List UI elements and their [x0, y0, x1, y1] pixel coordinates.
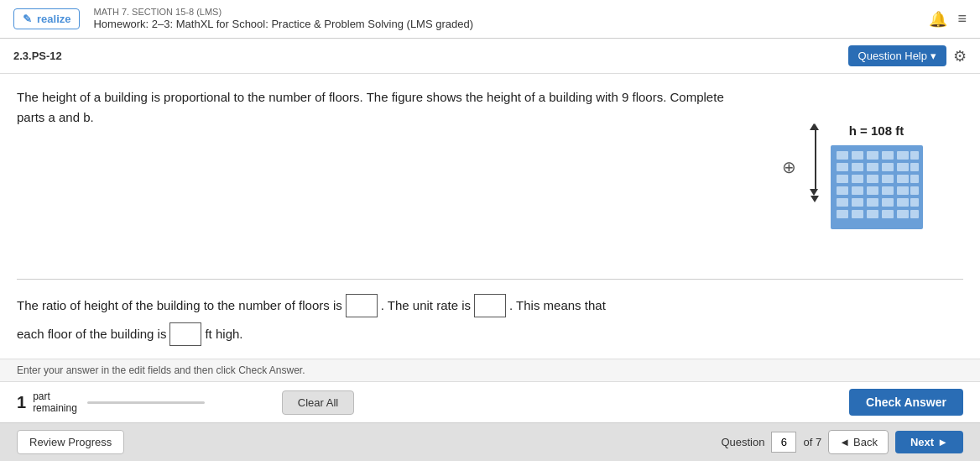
svg-rect-26: [852, 198, 863, 207]
svg-rect-33: [867, 210, 878, 218]
instruction-text: Enter your answer in the edit fields and…: [17, 364, 305, 376]
svg-rect-32: [852, 210, 863, 218]
svg-rect-25: [837, 198, 848, 207]
gear-icon: ⚙: [953, 48, 967, 65]
arrow-bottom-icon: [810, 189, 818, 196]
svg-rect-18: [910, 175, 919, 183]
answer-line2-prefix: each floor of the building is: [17, 322, 166, 347]
svg-rect-3: [867, 151, 878, 160]
svg-rect-34: [882, 210, 894, 218]
realize-label: realize: [37, 13, 70, 25]
svg-rect-20: [852, 186, 863, 195]
edit-icon: ✎: [23, 13, 32, 25]
arrow-line: [815, 130, 816, 189]
svg-rect-17: [897, 175, 909, 183]
question-help-button[interactable]: Question Help ▾: [848, 45, 946, 66]
svg-rect-14: [852, 175, 863, 183]
gear-button[interactable]: ⚙: [953, 47, 967, 65]
answer-line1-middle: . The unit rate is: [381, 293, 471, 318]
question-header: 2.3.PS-12 Question Help ▾ ⚙: [0, 39, 980, 74]
section-label: MATH 7. SECTION 15-8 (LMS): [93, 6, 473, 18]
building-image: [826, 141, 927, 233]
answer-line2-suffix: ft high.: [205, 322, 242, 347]
svg-rect-23: [897, 186, 909, 195]
parts-remaining: 1 part remaining: [17, 390, 77, 415]
of-total: of 7: [803, 436, 821, 448]
answer-line-2: each floor of the building is ft high.: [17, 322, 963, 347]
svg-rect-28: [882, 198, 894, 207]
menu-icon[interactable]: ≡: [957, 10, 967, 28]
svg-rect-9: [867, 163, 878, 171]
clear-all-button[interactable]: Clear All: [282, 390, 354, 415]
svg-rect-19: [837, 186, 848, 195]
svg-rect-13: [837, 175, 848, 183]
unit-rate-input[interactable]: [474, 294, 506, 317]
height-label: h = 108 ft: [849, 123, 904, 138]
check-answer-button[interactable]: Check Answer: [849, 389, 963, 416]
svg-rect-36: [910, 210, 919, 218]
parts-number: 1: [17, 393, 26, 412]
question-label: Question: [721, 436, 764, 448]
parts-label2: remaining: [33, 402, 77, 414]
header-title: MATH 7. SECTION 15-8 (LMS) Homework: 2–3…: [93, 6, 473, 32]
svg-rect-27: [867, 198, 878, 207]
next-arrow-icon: ►: [937, 436, 948, 448]
building-graphic: ⊕ h = 108 ft: [782, 123, 927, 233]
content-area: 2.3.PS-12 Question Help ▾ ⚙ The height o…: [0, 39, 980, 422]
back-arrow-icon: ◄: [839, 436, 850, 448]
building-figure: ⊕ h = 108 ft: [745, 87, 963, 269]
main-container: ✎ realize MATH 7. SECTION 15-8 (LMS) Hom…: [0, 0, 980, 461]
svg-rect-1: [837, 151, 848, 160]
height-label-group: h = 108 ft: [826, 123, 927, 233]
svg-rect-35: [897, 210, 909, 218]
footer-nav: Review Progress Question 6 of 7 ◄ Back N…: [0, 422, 980, 461]
svg-rect-30: [910, 198, 919, 207]
svg-rect-7: [837, 163, 848, 171]
header-icons: 🔔 ≡: [929, 10, 967, 29]
back-label: Back: [853, 436, 878, 448]
move-icon: ⊕: [782, 157, 796, 177]
svg-rect-8: [852, 163, 863, 171]
question-nav: Question 6 of 7 ◄ Back Next ►: [721, 430, 963, 454]
answer-line1-suffix: . This means that: [509, 293, 606, 318]
answer-line1-prefix: The ratio of height of the building to t…: [17, 293, 342, 318]
next-button[interactable]: Next ►: [895, 431, 963, 453]
floor-height-input[interactable]: [169, 322, 201, 346]
homework-title: Homework: 2–3: MathXL for School: Practi…: [93, 18, 473, 32]
svg-rect-4: [882, 151, 894, 160]
svg-rect-24: [910, 186, 919, 195]
svg-rect-5: [897, 151, 909, 160]
next-label: Next: [910, 436, 934, 448]
height-arrow: [813, 123, 818, 196]
svg-rect-22: [882, 186, 894, 195]
notification-icon[interactable]: 🔔: [929, 10, 947, 29]
problem-area: The height of a building is proportional…: [0, 74, 980, 269]
problem-text: The height of a building is proportional…: [17, 87, 745, 269]
svg-rect-21: [867, 186, 878, 195]
svg-rect-31: [837, 210, 848, 218]
instruction-bar: Enter your answer in the edit fields and…: [0, 359, 980, 381]
back-button[interactable]: ◄ Back: [828, 430, 889, 454]
help-arrow-icon: ▾: [930, 50, 936, 62]
question-id: 2.3.PS-12: [13, 50, 62, 62]
review-progress-button[interactable]: Review Progress: [17, 430, 124, 454]
svg-rect-10: [882, 163, 894, 171]
question-help-label: Question Help: [858, 50, 927, 62]
bottom-bar: 1 part remaining Clear All Check Answer: [0, 381, 980, 422]
answer-area: The ratio of height of the building to t…: [0, 280, 980, 359]
arrow-top-icon: [810, 123, 818, 130]
parts-label: part remaining: [33, 390, 77, 415]
svg-rect-2: [852, 151, 863, 160]
question-number-box[interactable]: 6: [771, 432, 796, 453]
svg-rect-16: [882, 175, 894, 183]
svg-rect-12: [910, 163, 919, 171]
svg-rect-29: [897, 198, 909, 207]
ratio-input[interactable]: [346, 294, 378, 317]
answer-line-1: The ratio of height of the building to t…: [17, 293, 963, 318]
realize-button[interactable]: ✎ realize: [13, 8, 80, 29]
svg-rect-15: [867, 175, 878, 183]
svg-rect-11: [897, 163, 909, 171]
header: ✎ realize MATH 7. SECTION 15-8 (LMS) Hom…: [0, 0, 980, 39]
parts-label1: part: [33, 390, 77, 402]
svg-rect-6: [910, 151, 919, 160]
